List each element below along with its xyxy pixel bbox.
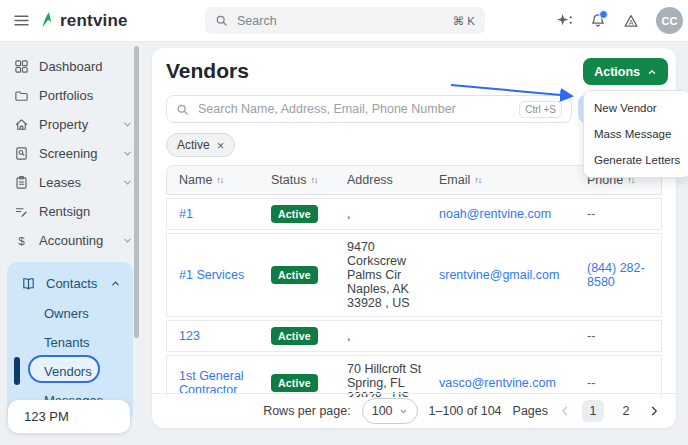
vendor-search-input[interactable]	[196, 101, 512, 117]
screening-icon	[14, 146, 29, 161]
contacts-icon	[21, 276, 36, 291]
chip-close-icon[interactable]: ×	[217, 139, 225, 152]
svg-text:$: $	[18, 233, 25, 246]
sparkle-icon[interactable]	[556, 13, 573, 28]
sort-icon: ↑↓	[216, 175, 223, 185]
vendor-address: ,	[347, 207, 439, 221]
brand-name: rentvine	[60, 11, 128, 31]
notifications-bell-icon[interactable]	[590, 12, 606, 29]
sidebar-item-label: Property	[39, 117, 112, 132]
vendor-address: ,	[347, 329, 439, 343]
sidebar-item-leases[interactable]: Leases	[0, 168, 145, 196]
chevron-down-icon	[122, 235, 133, 246]
search-icon	[176, 103, 189, 116]
dashboard-icon	[14, 59, 29, 74]
svg-text:A: A	[629, 19, 634, 26]
column-header-name[interactable]: Name↑↓	[179, 173, 271, 187]
pagination-range: 1–100 of 104	[429, 404, 502, 418]
rentsign-icon	[14, 204, 29, 219]
vendor-phone-link[interactable]: (844) 282-8580	[587, 261, 645, 289]
rows-per-page-label: Rows per page:	[263, 404, 351, 418]
sidebar-item-property[interactable]: Property	[0, 110, 145, 138]
menu-item-generate-letters[interactable]: Generate Letters	[584, 147, 688, 173]
chevron-up-icon	[647, 67, 657, 77]
notification-dot	[599, 10, 608, 19]
chevron-down-icon	[122, 119, 133, 130]
status-badge: Active	[271, 327, 318, 345]
page-number-2[interactable]: 2	[615, 400, 637, 422]
sidebar-item-label: Accounting	[39, 233, 112, 248]
search-icon	[215, 14, 228, 27]
global-search-shortcut: ⌘ K	[453, 14, 475, 28]
sidebar-item-screening[interactable]: Screening	[0, 139, 145, 167]
global-search-input[interactable]	[235, 13, 446, 29]
chevron-down-icon	[122, 177, 133, 188]
account-switcher-label: 123 PM	[24, 409, 69, 424]
vendor-address: 9470 Corkscrew Palms Cir Naples, AK 3392…	[347, 240, 439, 310]
vendor-email-link[interactable]: vasco@rentvine.com	[439, 376, 556, 390]
sidebar-item-owners[interactable]: Owners	[7, 299, 133, 327]
rows-per-page-select[interactable]: 100	[362, 398, 418, 424]
sidebar-item-tenants[interactable]: Tenants	[7, 328, 133, 356]
contacts-section: Contacts Owners Tenants Vendors Messages	[7, 262, 133, 422]
account-switcher[interactable]: 123 PM	[8, 400, 130, 433]
actions-dropdown-menu: New Vendor Mass Message Generate Letters	[583, 90, 688, 178]
table-row: #1 Services Active 9470 Corkscrew Palms …	[166, 233, 662, 317]
vendors-table: Name↑↓ Status↑↓ Address Email↑↓ Phone↑↓ …	[166, 165, 662, 397]
table-row: 123 Active , --	[166, 320, 662, 352]
sidebar-item-label: Contacts	[46, 276, 100, 291]
vendor-name-link[interactable]: #1 Services	[179, 268, 244, 282]
sidebar-item-dashboard[interactable]: Dashboard	[0, 52, 145, 80]
sort-icon: ↑↓	[474, 175, 481, 185]
sidebar-scrollbar[interactable]	[134, 46, 139, 338]
vendor-search-shortcut: Ctrl +S	[519, 101, 562, 118]
menu-item-new-vendor[interactable]: New Vendor	[584, 95, 688, 121]
vendor-address: 70 Hillcroft St Spring, FL 33928 , US	[347, 362, 439, 397]
vendor-search[interactable]: Ctrl +S	[166, 95, 572, 123]
vendor-phone: --	[587, 329, 661, 343]
column-header-status[interactable]: Status↑↓	[271, 173, 347, 187]
active-indicator-bar	[14, 357, 20, 385]
chevron-down-icon	[399, 407, 408, 416]
column-header-address[interactable]: Address	[347, 173, 439, 187]
topbar-actions: A CC	[556, 0, 688, 41]
vendor-email-link[interactable]: srentvine@gmail.com	[439, 268, 559, 282]
hamburger-menu-icon[interactable]	[13, 12, 30, 29]
table-row: 1st General Contractor Active 70 Hillcro…	[166, 355, 662, 397]
rows-per-page-value: 100	[372, 404, 393, 418]
sidebar-item-label: Portfolios	[39, 88, 133, 103]
next-page-icon[interactable]	[648, 405, 660, 417]
avatar[interactable]: CC	[656, 7, 683, 34]
menu-item-mass-message[interactable]: Mass Message	[584, 121, 688, 147]
pagination-bar: Rows per page: 100 1–100 of 104 Pages 1 …	[152, 393, 676, 428]
vendor-phone: --	[587, 376, 661, 390]
table-row: #1 Active , noah@rentvine.com --	[166, 198, 662, 230]
sidebar-item-accounting[interactable]: $ Accounting	[0, 226, 145, 254]
page-number-1[interactable]: 1	[582, 400, 604, 422]
global-search[interactable]: ⌘ K	[205, 7, 485, 34]
portfolios-icon	[14, 88, 29, 103]
filter-chip-active[interactable]: Active ×	[166, 133, 235, 157]
top-bar: rentvine ⌘ K A CC	[0, 0, 688, 42]
actions-button[interactable]: Actions	[583, 58, 668, 85]
sidebar-item-rentsign[interactable]: Rentsign	[0, 197, 145, 225]
previous-page-icon[interactable]	[559, 405, 571, 417]
sidebar-item-contacts[interactable]: Contacts	[7, 268, 133, 298]
rentvine-logo-icon	[39, 11, 56, 30]
vendor-email-link[interactable]: noah@rentvine.com	[439, 207, 551, 221]
filter-chip-label: Active	[177, 138, 210, 152]
vendor-name-link[interactable]: 123	[179, 329, 200, 343]
announcement-icon[interactable]: A	[623, 13, 639, 29]
sidebar-item-vendors[interactable]: Vendors	[7, 357, 133, 385]
status-badge: Active	[271, 205, 318, 223]
accounting-icon: $	[14, 233, 29, 248]
sidebar-item-portfolios[interactable]: Portfolios	[0, 81, 145, 109]
chevron-down-icon	[122, 148, 133, 159]
vendor-phone: --	[587, 207, 661, 221]
rentvine-logo[interactable]: rentvine	[39, 11, 128, 31]
vendor-name-link[interactable]: #1	[179, 207, 193, 221]
sidebar-item-label: Rentsign	[39, 204, 133, 219]
sidebar-item-label: Vendors	[44, 364, 92, 379]
column-header-email[interactable]: Email↑↓	[439, 173, 587, 187]
sidebar: Dashboard Portfolios Property Screening …	[0, 41, 145, 445]
